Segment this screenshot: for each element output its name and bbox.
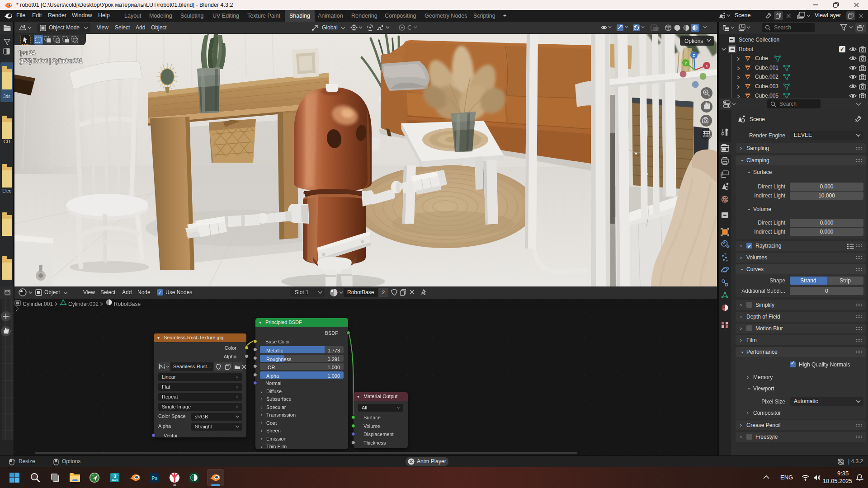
svg-text:z: z	[860, 475, 862, 478]
svg-text:3: 3	[113, 474, 116, 479]
svg-text:X: X	[705, 64, 708, 68]
svg-text:(153) Robot | Cylinder.001: (153) Robot | Cylinder.001	[19, 58, 82, 64]
svg-text:Options: Options	[684, 38, 703, 44]
svg-text:Y: Y	[684, 61, 687, 66]
svg-text:fps: 24: fps: 24	[19, 50, 35, 56]
svg-text:Ps: Ps	[151, 475, 157, 481]
svg-text:Z: Z	[693, 53, 695, 58]
svg-text:MAX: MAX	[112, 479, 118, 482]
